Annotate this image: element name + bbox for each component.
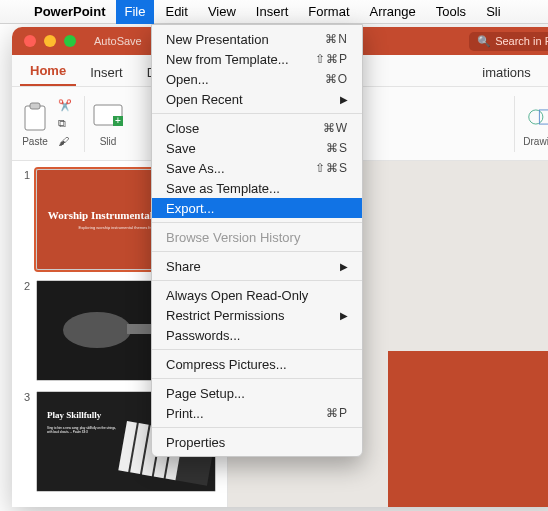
chevron-right-icon: ▶ [340,261,348,272]
menu-restrict[interactable]: Restrict Permissions▶ [152,305,362,325]
menu-separator [152,280,362,281]
shapes-icon [527,100,548,134]
menu-separator [152,251,362,252]
fullscreen-icon[interactable] [64,35,76,47]
menu-format[interactable]: Format [299,0,358,24]
new-slide-button[interactable]: + Slid [93,100,123,147]
thumb-number: 2 [18,280,30,381]
menu-arrange[interactable]: Arrange [361,0,425,24]
paste-button[interactable]: Paste [20,100,50,147]
svg-point-5 [528,110,542,124]
menu-separator [152,222,362,223]
menu-open[interactable]: Open...⌘O [152,69,362,89]
clipboard-mini: ✂️ ⧉ 🖌 [58,99,76,149]
slide-label: Slid [100,136,117,147]
menu-view[interactable]: View [199,0,245,24]
tab-home[interactable]: Home [20,57,76,86]
macos-menubar: PowerPoint File Edit View Insert Format … [0,0,548,24]
menu-edit[interactable]: Edit [156,0,196,24]
menu-new[interactable]: New Presentation⌘N [152,29,362,49]
search-icon: 🔍 [477,35,491,48]
paste-label: Paste [22,136,48,147]
chevron-right-icon: ▶ [340,94,348,105]
menu-save-template[interactable]: Save as Template... [152,178,362,198]
drawing-label: Drawing [523,136,548,147]
drawing-button[interactable]: Drawing [523,100,548,147]
menu-separator [152,349,362,350]
menu-readonly[interactable]: Always Open Read-Only [152,285,362,305]
menu-share[interactable]: Share▶ [152,256,362,276]
thumb-number: 1 [18,169,30,270]
menu-version-history: Browse Version History [152,227,362,247]
menu-save[interactable]: Save⌘S [152,138,362,158]
tab-insert[interactable]: Insert [80,59,133,86]
menu-separator [152,427,362,428]
copy-icon[interactable]: ⧉ [58,117,76,131]
menu-properties[interactable]: Properties [152,432,362,452]
menu-save-as[interactable]: Save As...⇧⌘S [152,158,362,178]
file-menu: New Presentation⌘N New from Template...⇧… [151,24,363,457]
menu-separator [152,113,362,114]
close-icon[interactable] [24,35,36,47]
clipboard-icon [20,100,50,134]
main-slide[interactable]: ship Instrument Scriptures Exploring wor… [388,351,548,507]
menu-export[interactable]: Export... [152,198,362,218]
svg-rect-1 [30,103,40,109]
separator [84,96,85,152]
menu-close[interactable]: Close⌘W [152,118,362,138]
menu-new-template[interactable]: New from Template...⇧⌘P [152,49,362,69]
tab-animations-cut[interactable]: imations [472,59,540,86]
menu-insert[interactable]: Insert [247,0,298,24]
svg-point-8 [63,312,131,348]
svg-text:+: + [115,115,121,126]
separator [514,96,515,152]
app-name[interactable]: PowerPoint [26,4,114,19]
menu-passwords[interactable]: Passwords... [152,325,362,345]
chevron-right-icon: ▶ [340,310,348,321]
menu-compress[interactable]: Compress Pictures... [152,354,362,374]
menu-open-recent[interactable]: Open Recent▶ [152,89,362,109]
thumb3-sub: Sing to him a new song; play skillfully … [47,426,117,434]
search-label: Search in P [495,35,548,47]
svg-rect-0 [25,106,45,130]
format-painter-icon[interactable]: 🖌 [58,135,76,149]
menu-slideshow-cut[interactable]: Sli [477,0,509,24]
cut-icon[interactable]: ✂️ [58,99,76,113]
menu-tools[interactable]: Tools [427,0,475,24]
thumb3-title: Play Skillfully [47,410,101,420]
minimize-icon[interactable] [44,35,56,47]
thumb-number: 3 [18,391,30,492]
menu-page-setup[interactable]: Page Setup... [152,383,362,403]
search-button[interactable]: 🔍 Search in P [469,32,548,51]
menu-print[interactable]: Print...⌘P [152,403,362,423]
menu-separator [152,378,362,379]
window-controls [12,35,88,47]
menu-file[interactable]: File [116,0,155,24]
slide-icon: + [93,100,123,134]
autosave-toggle[interactable]: AutoSave [94,35,142,47]
